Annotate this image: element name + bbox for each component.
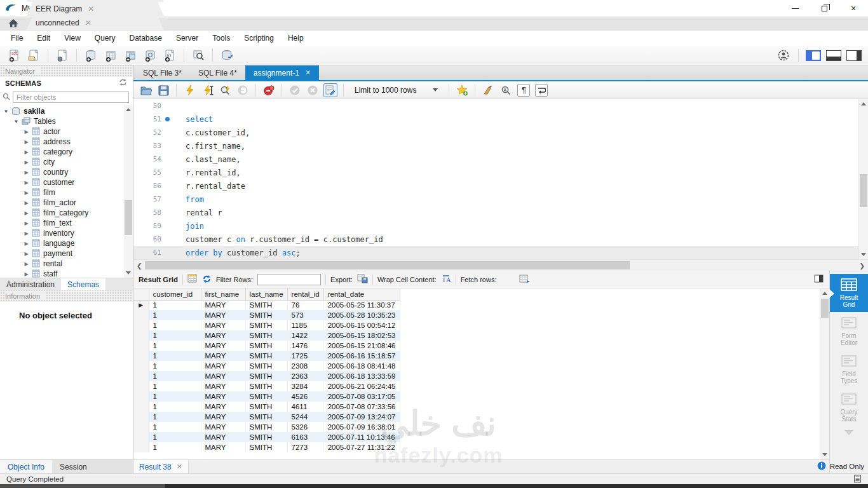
- cell[interactable]: SMITH: [245, 320, 287, 330]
- code-line-61[interactable]: 61order by customer_id asc;: [133, 246, 868, 259]
- close-editor-tab-icon[interactable]: ✕: [305, 69, 311, 77]
- action-output-icon[interactable]: [853, 475, 862, 484]
- stop-icon[interactable]: [236, 83, 250, 97]
- cell[interactable]: SMITH: [245, 330, 287, 341]
- tree-item-category[interactable]: ▶category: [0, 147, 133, 157]
- tree-expand-arrow[interactable]: ▶: [23, 261, 30, 267]
- tree-collapse-arrow[interactable]: ▼: [13, 119, 20, 125]
- cell[interactable]: SMITH: [245, 300, 287, 310]
- cell[interactable]: SMITH: [245, 412, 287, 422]
- result-tab[interactable]: Result 38✕: [133, 460, 189, 473]
- tree-expand-arrow[interactable]: ▶: [23, 129, 30, 135]
- table-row[interactable]: 1MARYSMITH72732005-07-27 11:31:22: [133, 442, 400, 452]
- column-header-customer_id[interactable]: customer_id: [149, 288, 201, 300]
- cell[interactable]: 2005-07-08 07:33:56: [323, 402, 400, 412]
- create-function-icon[interactable]: f(): [162, 48, 177, 63]
- table-row[interactable]: 1MARYSMITH14762005-06-15 21:08:46: [133, 341, 400, 351]
- column-header-first_name[interactable]: first_name: [201, 288, 245, 300]
- cell[interactable]: 1: [149, 371, 201, 381]
- cell[interactable]: SMITH: [245, 351, 287, 361]
- column-header-last_name[interactable]: last_name: [245, 288, 287, 300]
- open-file-icon[interactable]: [139, 83, 153, 97]
- code-line-53[interactable]: 53c.first_name,: [133, 139, 868, 152]
- table-row[interactable]: 1MARYSMITH5732005-05-28 10:35:23: [133, 310, 400, 320]
- menu-server[interactable]: Server: [169, 34, 205, 43]
- grid-vertical-scrollbar[interactable]: [820, 288, 829, 459]
- row-header-cell[interactable]: [133, 361, 149, 371]
- tree-expand-arrow[interactable]: ▶: [23, 170, 30, 175]
- result-grid-icon[interactable]: [187, 274, 198, 285]
- scrollbar-thumb[interactable]: [145, 261, 630, 269]
- tree-expand-arrow[interactable]: ▶: [23, 139, 30, 145]
- row-header-cell[interactable]: [133, 391, 149, 402]
- tree-item-payment[interactable]: ▶payment: [0, 248, 133, 259]
- cell[interactable]: SMITH: [245, 432, 287, 442]
- table-row[interactable]: 1MARYSMITH32842005-06-21 06:24:45: [133, 381, 400, 391]
- wrap-cell-icon[interactable]: I A: [441, 274, 451, 285]
- tree-collapse-arrow[interactable]: ▼: [3, 109, 10, 114]
- tree-item-staff[interactable]: ▶staff: [0, 269, 133, 278]
- tree-expand-arrow[interactable]: ▶: [23, 220, 30, 226]
- close-result-tab-icon[interactable]: ✕: [177, 463, 182, 471]
- cell[interactable]: 1185: [287, 320, 323, 330]
- cell[interactable]: 2005-06-15 18:02:53: [323, 330, 400, 341]
- cell[interactable]: SMITH: [245, 381, 287, 391]
- menu-file[interactable]: File: [4, 34, 30, 43]
- table-row[interactable]: 1MARYSMITH46112005-07-08 07:33:56: [133, 402, 400, 412]
- tree-expand-arrow[interactable]: ▶: [23, 149, 30, 155]
- cell[interactable]: 2005-07-11 10:13:46: [323, 432, 400, 442]
- cell[interactable]: 2005-07-09 16:38:01: [323, 422, 400, 432]
- scroll-right-arrow[interactable]: ❯: [860, 262, 865, 269]
- sidebar-tab-administration[interactable]: Administration: [0, 278, 61, 290]
- table-row[interactable]: ▶1MARYSMITH762005-05-25 11:30:37: [133, 300, 400, 310]
- sidebar-tab-schemas[interactable]: Schemas: [61, 278, 105, 290]
- panel-right-toggle[interactable]: [846, 50, 862, 61]
- cell[interactable]: 1: [149, 330, 201, 341]
- query-stats-panel-icon[interactable]: QueryStats: [830, 388, 868, 426]
- cell[interactable]: 573: [287, 310, 323, 320]
- close-tab-icon[interactable]: ✕: [148, 0, 154, 2]
- table-row[interactable]: 1MARYSMITH23082005-06-18 08:41:48: [133, 361, 400, 371]
- export-icon[interactable]: [357, 274, 368, 285]
- code-line-55[interactable]: 55r.rental_id,: [133, 166, 868, 179]
- tree-item-tables[interactable]: ▼Tables: [0, 116, 133, 126]
- row-header-cell[interactable]: [133, 351, 149, 361]
- tree-item-country[interactable]: ▶country: [0, 167, 133, 177]
- tree-item-inventory[interactable]: ▶inventory: [0, 228, 133, 238]
- cell[interactable]: 76: [287, 300, 323, 310]
- row-header-cell[interactable]: [133, 412, 149, 422]
- find-icon[interactable]: A: [499, 83, 513, 97]
- cell[interactable]: 5326: [287, 422, 323, 432]
- execute-current-icon[interactable]: [200, 83, 214, 97]
- menu-view[interactable]: View: [57, 34, 88, 43]
- panel-left-toggle[interactable]: [806, 50, 821, 61]
- menu-query[interactable]: Query: [88, 34, 123, 43]
- menu-scripting[interactable]: Scripting: [237, 34, 281, 43]
- cell[interactable]: 2005-06-15 21:08:46: [323, 341, 400, 351]
- menu-help[interactable]: Help: [281, 34, 311, 43]
- cell[interactable]: SMITH: [245, 402, 287, 412]
- preferences-account-icon[interactable]: [776, 48, 791, 63]
- cell[interactable]: 1: [149, 422, 201, 432]
- tree-item-customer[interactable]: ▶customer: [0, 177, 133, 187]
- cell[interactable]: MARY: [201, 351, 245, 361]
- create-table-icon[interactable]: [103, 48, 118, 63]
- sql-code-editor[interactable]: 5051select52c.customer_id,53c.first_name…: [133, 99, 868, 259]
- cell[interactable]: 1725: [287, 351, 323, 361]
- tree-expand-arrow[interactable]: ▶: [23, 190, 30, 196]
- limit-rows-dropdown[interactable]: Limit to 1000 rows: [349, 86, 443, 95]
- cell[interactable]: 2005-05-28 10:35:23: [323, 310, 400, 320]
- column-header-row-selector[interactable]: [133, 288, 149, 300]
- code-line-59[interactable]: 59join: [133, 219, 868, 233]
- cell[interactable]: 2005-07-08 03:17:05: [323, 391, 400, 402]
- tree-item-rental[interactable]: ▶rental: [0, 259, 133, 269]
- cell[interactable]: SMITH: [245, 361, 287, 371]
- explain-icon[interactable]: [218, 83, 232, 97]
- table-row[interactable]: 1MARYSMITH11852005-06-15 00:54:12: [133, 320, 400, 330]
- sidebar-tab-object-info[interactable]: Object Info: [0, 460, 52, 473]
- cell[interactable]: MARY: [201, 310, 245, 320]
- table-row[interactable]: 1MARYSMITH14222005-06-15 18:02:53: [133, 330, 400, 341]
- cell[interactable]: SMITH: [245, 310, 287, 320]
- table-row[interactable]: 1MARYSMITH23632005-06-18 13:33:59: [133, 371, 400, 381]
- cell[interactable]: 2005-06-18 13:33:59: [323, 371, 400, 381]
